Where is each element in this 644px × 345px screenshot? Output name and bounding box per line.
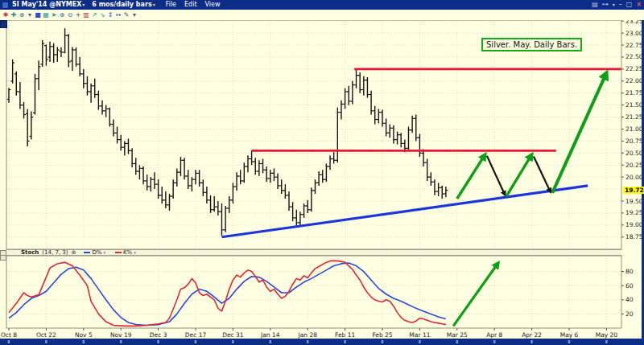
stoch-projection-arrow[interactable]	[453, 263, 498, 326]
svg-text:21.000: 21.000	[625, 125, 644, 133]
drawing-toolbar: ✱✚⊕▾■▦➤⊕⊖+▥↗↘↕↔✎▾	[0, 10, 644, 20]
symbol-title[interactable]: SI May'14 @NYMEX	[12, 0, 81, 10]
menu-edit[interactable]: Edit	[184, 0, 197, 10]
svg-text:19.500: 19.500	[625, 198, 644, 205]
gridlines	[6, 20, 621, 328]
pointer-tool-icon[interactable]: ➤	[50, 10, 58, 19]
svg-text:Oct 22: Oct 22	[36, 331, 56, 339]
svg-text:20: 20	[625, 310, 634, 318]
svg-text:Mar 11: Mar 11	[409, 331, 430, 339]
stoch-line-K%	[9, 261, 446, 326]
annotations-icon[interactable]: ▥	[82, 10, 90, 19]
zoom-out-icon[interactable]: ⊖	[66, 10, 74, 19]
indicator-name[interactable]: Stoch	[21, 249, 39, 256]
bottom-scrollbar[interactable]	[0, 339, 644, 345]
svg-text:Mar 25: Mar 25	[447, 331, 468, 339]
tools-caret-icon[interactable]: ▾	[130, 10, 138, 19]
svg-text:May 20: May 20	[596, 331, 618, 339]
range-selector[interactable]: 6 mos/daily bars	[92, 0, 151, 10]
svg-text:23.250: 23.250	[625, 20, 644, 25]
annotation-text-box[interactable]: Silver. May. Daily Bars.	[481, 38, 582, 51]
svg-text:Jan 14: Jan 14	[260, 331, 280, 339]
svg-text:May 6: May 6	[560, 331, 579, 339]
symbol-caret-icon[interactable]: ▾	[82, 0, 85, 10]
trendline-tool-icon[interactable]: ↗	[90, 10, 98, 19]
stoch-d-label[interactable]: D%	[92, 249, 101, 256]
projection-down-arrow-2[interactable]	[534, 157, 551, 192]
app-icon	[2, 2, 9, 9]
svg-text:Jan 28: Jan 28	[297, 331, 317, 339]
svg-text:22.000: 22.000	[625, 77, 644, 84]
ohlc-bars	[7, 28, 448, 236]
svg-text:Feb 11: Feb 11	[335, 331, 355, 339]
vertical-line-tool-icon[interactable]: ↕	[106, 10, 114, 19]
zoom-caret-icon[interactable]: ▾	[26, 10, 34, 19]
titlebar: SI May'14 @NYMEX ▾ 6 mos/daily bars ▾ Fi…	[0, 0, 644, 10]
support-trendline[interactable]	[221, 186, 588, 237]
svg-text:21.250: 21.250	[625, 113, 644, 121]
svg-text:19.250: 19.250	[625, 209, 644, 216]
menu-view[interactable]: View	[205, 0, 221, 10]
svg-text:21.500: 21.500	[625, 101, 644, 109]
chart-window: SI May'14 @NYMEX ▾ 6 mos/daily bars ▾ Fi…	[0, 0, 644, 345]
pane-corner-button[interactable]	[0, 20, 7, 28]
svg-text:Nov 19: Nov 19	[110, 331, 132, 339]
stoch-d-swatch	[84, 252, 90, 253]
svg-text:20.750: 20.750	[625, 138, 644, 145]
link-caret-icon[interactable]: ▾	[613, 0, 615, 10]
svg-text:20.000: 20.000	[625, 174, 644, 181]
svg-text:21.750: 21.750	[625, 89, 644, 97]
link-icon[interactable]: ⊶	[602, 0, 609, 10]
svg-text:Dec 17: Dec 17	[185, 331, 207, 339]
snapshot-icon[interactable]: ▤	[592, 0, 598, 10]
svg-text:Apr 22: Apr 22	[522, 331, 542, 339]
svg-text:22.250: 22.250	[625, 65, 644, 72]
svg-text:Feb 25: Feb 25	[372, 331, 392, 339]
pencil-tool-icon[interactable]: ✎	[122, 10, 130, 19]
svg-text:22.500: 22.500	[625, 53, 644, 60]
chart-area[interactable]: 23.25023.00022.75022.50022.25022.00021.7…	[0, 20, 644, 345]
indicator-add-icon[interactable]: ⊕	[72, 249, 76, 256]
projection-up-arrow-major[interactable]	[552, 73, 606, 193]
crosshair-icon[interactable]: +	[74, 10, 82, 19]
favorites-star-icon[interactable]: ✱	[2, 10, 10, 19]
stoch-k-label[interactable]: K%	[123, 249, 132, 256]
time-axis: Oct 8Oct 22Nov 5Nov 19Dec 3Dec 17Dec 31J…	[0, 328, 644, 345]
svg-text:20.250: 20.250	[625, 162, 644, 169]
svg-text:18.750: 18.750	[625, 233, 644, 240]
svg-text:Dec 3: Dec 3	[150, 331, 167, 339]
grid-style-icon[interactable]: ▦	[42, 10, 50, 19]
svg-text:22.750: 22.750	[625, 42, 644, 49]
indicator-header: Stoch (14, 7, 3) ⊕ D% ▾ K% ▾	[6, 249, 621, 256]
chart-canvas[interactable]: 23.25023.00022.75022.50022.25022.00021.7…	[0, 20, 644, 345]
pan-tool-icon[interactable]: ✚	[10, 10, 18, 19]
svg-text:20.500: 20.500	[625, 150, 644, 157]
svg-text:23.000: 23.000	[625, 30, 644, 37]
svg-text:19.000: 19.000	[625, 221, 644, 228]
horizontal-line-tool-icon[interactable]: ↔	[114, 10, 122, 19]
zoom-in-icon[interactable]: ⊕	[58, 10, 66, 19]
chart-style-icon[interactable]: ■	[34, 10, 42, 19]
svg-text:Apr 8: Apr 8	[486, 331, 502, 339]
svg-text:Dec 31: Dec 31	[222, 331, 244, 339]
stoch-d-caret-icon[interactable]: ▾	[103, 249, 105, 256]
indicator-close-icon[interactable]	[0, 255, 6, 261]
projection-up-arrow-1[interactable]	[457, 154, 485, 199]
svg-text:Nov 5: Nov 5	[75, 331, 93, 339]
stoch-k-swatch	[115, 252, 122, 253]
minimize-button[interactable]: –	[619, 0, 622, 10]
svg-text:80: 80	[625, 268, 634, 275]
last-price-badge: 19.725	[623, 187, 644, 194]
projection-up-arrow-2[interactable]	[506, 154, 532, 196]
ray-tool-icon[interactable]: ↘	[98, 10, 106, 19]
zoom-tool-icon[interactable]: ⊕	[18, 10, 26, 19]
indicator-params[interactable]: (14, 7, 3)	[42, 249, 68, 256]
stoch-k-caret-icon[interactable]: ▾	[134, 249, 136, 256]
range-caret-icon[interactable]: ▾	[153, 0, 155, 10]
price-axis: 23.25023.00022.75022.50022.25022.00021.7…	[621, 20, 644, 318]
restore-button[interactable]: □	[626, 0, 633, 10]
close-button[interactable]: ×	[636, 0, 642, 10]
menu-file[interactable]: File	[166, 0, 176, 10]
svg-text:Oct 8: Oct 8	[1, 331, 17, 339]
svg-text:60: 60	[625, 282, 634, 290]
